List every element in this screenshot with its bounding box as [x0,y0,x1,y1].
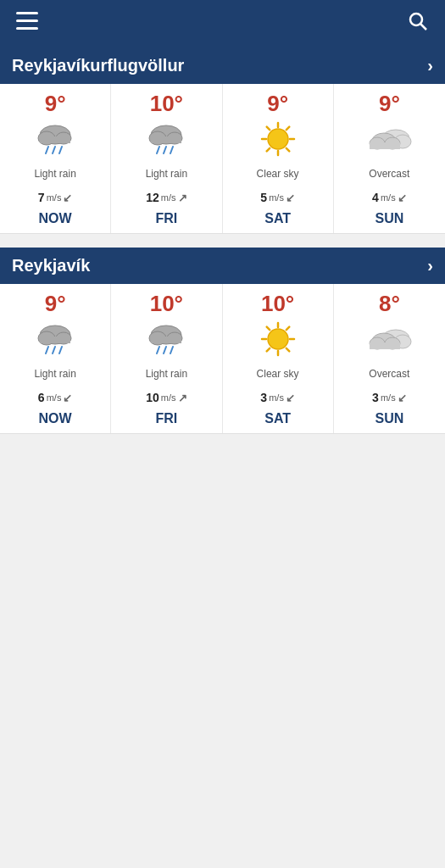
svg-line-26 [286,127,289,131]
svg-point-49 [268,329,288,349]
svg-rect-38 [40,337,70,343]
svg-line-18 [170,147,173,153]
forecast-cell[interactable]: 9° Overcast 4m/s ↙ SUN [334,84,445,233]
wind-direction-icon: ↙ [398,392,407,404]
svg-line-46 [157,347,159,353]
temperature: 10° [150,292,183,314]
svg-rect-8 [40,136,70,143]
svg-line-16 [157,147,159,153]
wind-direction-icon: ↗ [178,192,187,204]
condition-label: Overcast [369,162,409,186]
day-label: FRI [155,211,177,226]
svg-line-17 [164,147,166,153]
condition-label: Light rain [146,362,187,386]
svg-line-55 [286,348,289,352]
weather-icon-sun [254,320,302,359]
svg-point-19 [268,129,288,149]
day-label: SAT [264,411,291,426]
temperature: 10° [150,92,183,114]
weather-icon-rain [142,320,190,359]
condition-label: Light rain [34,162,75,186]
svg-rect-34 [370,142,400,149]
day-label: SUN [375,211,403,226]
section-title: Reykjavíkurflugvöllur [12,56,184,75]
section-header-city[interactable]: Reykjavík › [0,248,445,284]
temperature: 9° [45,92,66,114]
wind-speed: 3m/s ↙ [372,391,407,404]
condition-label: Clear sky [257,362,299,386]
temperature: 9° [267,92,288,114]
svg-line-57 [266,348,270,352]
condition-label: Light rain [34,362,75,386]
svg-line-11 [59,147,62,153]
forecast-cell[interactable]: 9° Clear sky 5m/s ↙ SAT [223,84,334,233]
wind-speed: 7m/s ↙ [38,191,73,204]
section-airport: Reykjavíkurflugvöllur › 9° Light rain 7m… [0,47,445,234]
wind-direction-icon: ↗ [178,392,187,404]
day-label: SAT [264,211,291,226]
chevron-right-icon: › [427,56,433,75]
svg-line-56 [286,327,289,331]
weather-icon-rain [142,120,190,159]
svg-line-48 [170,347,173,353]
forecast-grid-city: 9° Light rain 6m/s ↙ NOW 10° [0,284,445,434]
weather-icon-rain [31,120,79,159]
wind-direction-icon: ↙ [286,192,295,204]
svg-line-47 [164,347,166,353]
temperature: 9° [379,92,400,114]
section-header-airport[interactable]: Reykjavíkurflugvöllur › [0,47,445,84]
weather-icon-rain [31,320,79,359]
forecast-cell[interactable]: 8° Overcast 3m/s ↙ SUN [334,284,445,433]
wind-speed: 12m/s ↗ [146,191,186,204]
day-label: FRI [155,411,177,426]
svg-rect-2 [16,27,38,30]
forecast-cell[interactable]: 10° Light rain 10m/s ↗ FRI [111,284,222,433]
temperature: 8° [379,292,400,314]
chevron-right-icon: › [427,256,433,275]
wind-speed: 4m/s ↙ [372,191,407,204]
svg-rect-1 [16,19,38,22]
svg-line-41 [59,347,62,353]
menu-icon[interactable] [14,12,41,36]
search-icon[interactable] [404,11,431,36]
forecast-cell[interactable]: 10° Clear sky 3m/s ↙ SAT [223,284,334,433]
wind-speed: 5m/s ↙ [260,191,295,204]
svg-line-4 [421,25,427,31]
weather-icon-sun [254,120,302,159]
svg-line-25 [286,148,289,152]
svg-line-39 [46,347,48,353]
svg-line-40 [53,347,55,353]
wind-speed: 3m/s ↙ [260,391,295,404]
forecast-cell[interactable]: 9° Light rain 6m/s ↙ NOW [0,284,111,433]
forecast-cell[interactable]: 9° Light rain 7m/s ↙ NOW [0,84,111,233]
forecast-grid-airport: 9° Light rain 7m/s ↙ NOW 10° [0,84,445,234]
wind-direction-icon: ↙ [286,392,295,404]
wind-speed: 6m/s ↙ [38,391,73,404]
weather-icon-cloud [365,120,413,159]
app-header [0,0,445,47]
svg-line-10 [53,147,55,153]
svg-line-27 [266,148,270,152]
section-title: Reykjavík [12,256,90,275]
svg-rect-64 [370,342,400,349]
day-label: SUN [375,411,403,426]
svg-rect-15 [151,136,181,143]
temperature: 9° [45,292,66,314]
svg-line-24 [266,127,270,131]
wind-direction-icon: ↙ [398,192,407,204]
section-city: Reykjavík › 9° Light rain 6m/s ↙ NOW 10° [0,248,445,434]
wind-direction-icon: ↙ [63,392,72,404]
svg-rect-0 [16,12,38,14]
svg-line-54 [266,327,270,331]
condition-label: Overcast [369,362,409,386]
day-label: NOW [39,411,72,426]
condition-label: Light rain [146,162,187,186]
svg-rect-45 [151,337,181,343]
svg-point-3 [410,14,422,25]
wind-speed: 10m/s ↗ [146,391,186,404]
forecast-cell[interactable]: 10° Light rain 12m/s ↗ FRI [111,84,222,233]
condition-label: Clear sky [257,162,299,186]
wind-direction-icon: ↙ [63,192,72,204]
temperature: 10° [261,292,294,314]
svg-line-9 [46,147,48,153]
